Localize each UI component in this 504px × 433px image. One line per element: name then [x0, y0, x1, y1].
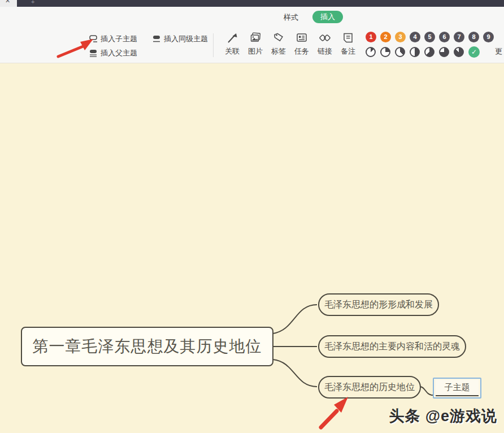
- insert-parent-topic-label: 插入父主题: [101, 48, 137, 58]
- priority-3-badge[interactable]: 3: [395, 32, 406, 42]
- progress-done-icon[interactable]: ✓: [468, 46, 480, 58]
- progress-5of8-icon[interactable]: [424, 47, 435, 57]
- progress-7of8-icon[interactable]: [454, 47, 464, 57]
- priority-4-badge[interactable]: 4: [410, 32, 420, 42]
- new-tab-icon[interactable]: +: [31, 0, 34, 5]
- subtopic-label: 子主题: [436, 380, 479, 396]
- insert-sibling-topic-label: 插入同级主题: [164, 34, 208, 44]
- progress-1of8-icon[interactable]: [366, 47, 376, 57]
- subtopic-node-selected[interactable]: 子主题: [433, 378, 481, 399]
- priority-6-badge[interactable]: 6: [439, 32, 450, 42]
- image-icon: [249, 32, 262, 44]
- child-topic-node-3[interactable]: 毛泽东思想的历史地位: [318, 376, 421, 399]
- priority-1-badge[interactable]: 1: [366, 32, 376, 42]
- tag-button[interactable]: 标签: [267, 32, 290, 57]
- insert-sibling-topic-button[interactable]: 插入同级主题: [153, 33, 208, 45]
- sibling-topic-icon: [153, 35, 161, 43]
- toolbar-divider: [213, 33, 214, 57]
- window-close-icon[interactable]: ✕: [0, 0, 17, 7]
- child-topic-icon: [89, 35, 98, 43]
- note-icon: [342, 32, 354, 44]
- priority-8-badge[interactable]: 8: [468, 32, 479, 42]
- task-button[interactable]: 任务: [290, 32, 314, 57]
- task-icon: [296, 32, 308, 44]
- priority-9-badge[interactable]: 9: [483, 32, 494, 42]
- parent-topic-icon: [89, 49, 98, 57]
- relation-button[interactable]: 关联: [220, 32, 244, 57]
- link-label: 链接: [313, 46, 337, 57]
- link-icon: [319, 32, 331, 44]
- watermark: 头条 @e游戏说: [389, 406, 497, 426]
- tab-style[interactable]: 样式: [284, 12, 298, 23]
- more-button[interactable]: 更: [495, 46, 504, 57]
- connector-lines: [0, 63, 504, 433]
- relation-label: 关联: [220, 46, 244, 57]
- image-label: 图片: [244, 46, 267, 57]
- note-button[interactable]: 备注: [336, 32, 360, 57]
- progress-3of8-icon[interactable]: [395, 47, 405, 57]
- child-topic-node-2[interactable]: 毛泽东思想的主要内容和活的灵魂: [318, 335, 466, 358]
- tab-bar: +: [17, 0, 504, 7]
- tag-label: 标签: [267, 46, 290, 57]
- toolbar: 插入子主题 插入同级主题 插入父主题 样式 插入: [0, 7, 504, 63]
- insert-parent-topic-button[interactable]: 插入父主题: [89, 47, 137, 59]
- child-topic-node-1[interactable]: 毛泽东思想的形形成和发展: [318, 293, 439, 316]
- link-button[interactable]: 链接: [313, 32, 337, 57]
- mindmap-canvas[interactable]: 第一章毛泽东思想及其历史地位 毛泽东思想的形形成和发展 毛泽东思想的主要内容和活…: [0, 63, 504, 433]
- progress-2of8-icon[interactable]: [380, 47, 390, 57]
- task-label: 任务: [290, 46, 314, 57]
- priority-5-badge[interactable]: 5: [424, 32, 435, 42]
- insert-child-topic-label: 插入子主题: [101, 34, 137, 44]
- note-label: 备注: [336, 46, 360, 57]
- app-window: ✕ + 插入子主题 插入同级主题 插入父: [0, 0, 504, 433]
- progress-6of8-icon[interactable]: [439, 47, 449, 57]
- tab-insert[interactable]: 插入: [312, 11, 343, 23]
- image-button[interactable]: 图片: [244, 32, 267, 57]
- tag-icon: [272, 32, 285, 44]
- relation-arrow-icon: [226, 32, 238, 44]
- root-topic-node[interactable]: 第一章毛泽东思想及其历史地位: [21, 327, 273, 366]
- browser-tab-strip: ✕ +: [0, 0, 504, 7]
- priority-7-badge[interactable]: 7: [454, 32, 464, 42]
- progress-4of8-icon[interactable]: [410, 47, 420, 57]
- insert-child-topic-button[interactable]: 插入子主题: [89, 33, 137, 45]
- priority-2-badge[interactable]: 2: [380, 32, 391, 42]
